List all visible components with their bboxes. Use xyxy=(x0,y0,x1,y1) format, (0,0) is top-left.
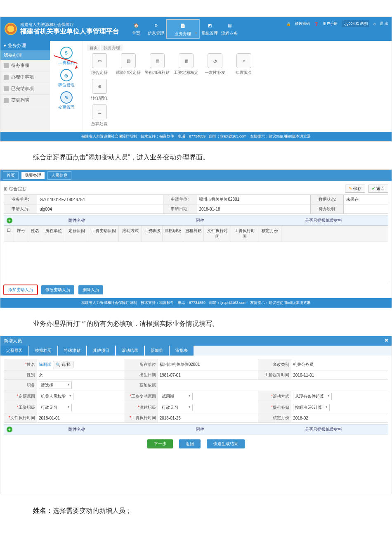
nav-info[interactable]: ⚙信息管理 xyxy=(146,19,165,38)
cat-position[interactable]: ◎职位管理 xyxy=(50,69,83,88)
add-person-button[interactable]: 添加变动人员 xyxy=(4,285,38,295)
ftab-hist[interactable]: 模拟档历 xyxy=(29,346,57,356)
nav-home[interactable]: 🏠首页 xyxy=(127,19,146,38)
ftab-appr[interactable]: 审批表 xyxy=(170,346,194,356)
v-name: 陈测试选 择 xyxy=(37,359,125,370)
l-bizno: 业务单号: xyxy=(4,195,37,204)
chart-icon: ▥ xyxy=(121,53,136,68)
v-doct[interactable]: 2018-01-01 xyxy=(37,413,125,423)
footer-2: 福建省人力资源和社会保障厅研制 技术支持：福富软件 电话：87734859 邮箱… xyxy=(0,298,392,308)
ftab-reason[interactable]: 定薪原因 xyxy=(0,346,28,356)
l-exect: 工资执行时间 xyxy=(130,415,156,420)
att3-name: 附件名称 xyxy=(15,427,138,432)
col-exectime: 工资执行时间 xyxy=(231,226,258,242)
col-rent: 提租补贴 xyxy=(183,226,204,242)
next-button[interactable]: 下一步 xyxy=(147,439,173,448)
final-label: 姓名： xyxy=(33,507,53,514)
blank-area xyxy=(4,453,388,491)
final-text: 选择需要变动的新增人员； xyxy=(53,507,132,514)
sidebar-active[interactable]: 我要办理 xyxy=(0,50,50,60)
plus-icon[interactable]: + xyxy=(7,218,12,223)
plus-icon-3[interactable]: + xyxy=(7,427,12,432)
list-icon xyxy=(4,63,9,68)
nav-flow[interactable]: ▤流程业务 xyxy=(220,19,239,38)
allow-select[interactable]: 行政见习 xyxy=(160,404,193,411)
tb2-todo[interactable]: 我要办理 xyxy=(21,172,45,179)
close-icon[interactable]: ✖ xyxy=(385,338,388,344)
change-select[interactable]: 试用期 xyxy=(160,393,193,400)
inner-tab-home[interactable]: 首页 xyxy=(87,45,100,51)
main-area: 首页我要办理 ▭综合定薪 ▥试验地区定薪 ▤警衔加班补贴 ▦工资定额核定 ◔一次… xyxy=(83,41,392,132)
roll-select[interactable]: 从现有条件起算 xyxy=(293,393,332,400)
tb2-person[interactable]: 人员信息 xyxy=(47,171,71,180)
att-paper: 是否只提报纸质材料 xyxy=(262,218,385,223)
exit-link[interactable]: 退 出 xyxy=(380,21,388,26)
col-reason: 定薪原因 xyxy=(65,226,88,242)
emblem-icon xyxy=(5,23,17,35)
help-link[interactable]: 用户手册 xyxy=(323,21,338,26)
nav-sys[interactable]: ◩系统管理 xyxy=(200,19,219,38)
reason-select[interactable]: 机关人员核增 xyxy=(39,393,73,400)
list-icon xyxy=(4,98,9,103)
card-test[interactable]: ▥试验地区定薪 xyxy=(116,53,141,76)
sidebar: ▾业务办理 我要办理 待办事项 办理中事项 已完结事项 变更列表 xyxy=(0,41,50,132)
l-doct: 文件执行时间 xyxy=(9,415,35,420)
delete-person-button[interactable]: 删除人员 xyxy=(78,285,103,294)
card-quota[interactable]: ▦工资定额核定 xyxy=(174,53,198,76)
ftab-other[interactable]: 其他项目 xyxy=(87,346,115,356)
list2-icon: ☰ xyxy=(92,104,107,119)
col-checkbox[interactable]: ☐ xyxy=(4,226,14,242)
tb2-home[interactable]: 首页 xyxy=(3,171,19,180)
ftab-allow[interactable]: 特殊津贴 xyxy=(58,346,86,356)
v-unit: 福州市机关单位02801 xyxy=(196,195,311,204)
nav-biz[interactable]: 📄业务办理 xyxy=(166,19,199,38)
l-sex: 性别 xyxy=(4,370,37,380)
sidebar-group: ▾业务办理 xyxy=(0,41,50,50)
sidebar-item-done[interactable]: 已完结事项 xyxy=(0,83,50,95)
card-once[interactable]: ◔一次性补发 xyxy=(203,53,227,76)
caption-1: 综合定薪界面点击"添加变动人员"，进入业务变动办理界面。 xyxy=(33,153,392,162)
pay-select[interactable]: 行政见习 xyxy=(39,404,72,411)
sidebar-item-inprog[interactable]: 办理中事项 xyxy=(0,71,50,83)
back-button[interactable]: 返回 xyxy=(179,439,201,448)
cat-change[interactable]: ✎变更管理 xyxy=(50,91,83,110)
org-icon: ◎ xyxy=(60,69,73,81)
v-remark xyxy=(344,204,388,214)
modify-person-button[interactable]: 修改变动人员 xyxy=(41,285,74,294)
save-button[interactable]: 保存 xyxy=(345,185,365,193)
card-transfer[interactable]: ⚙转任/调任 xyxy=(87,79,112,101)
l-allow: 津贴职级 xyxy=(138,405,156,410)
job-select[interactable]: 请选择 xyxy=(39,382,72,389)
card-police[interactable]: ▤警衔加班补贴 xyxy=(145,53,170,76)
v-mon[interactable]: 2018-02 xyxy=(291,413,388,423)
quick-button[interactable]: 快速生成结果 xyxy=(207,439,245,448)
exit-icon: ⎋ xyxy=(373,22,375,26)
sidebar-item-change[interactable]: 变更列表 xyxy=(0,95,50,106)
col-paylv: 工资职级 xyxy=(142,226,163,242)
inner-tab-todo[interactable]: 我要办理 xyxy=(101,45,123,51)
col-allow: 津贴职级 xyxy=(163,226,183,242)
money-icon: S xyxy=(60,47,73,59)
final-note: 姓名：选择需要变动的新增人员； xyxy=(33,507,392,515)
col-month: 核定月份 xyxy=(258,226,281,242)
v-basis[interactable] xyxy=(158,380,388,391)
l-start: 工龄起算时间 xyxy=(258,370,291,380)
sidebar-item-todo[interactable]: 待办事项 xyxy=(0,60,50,71)
l-remark: 待办说明: xyxy=(311,204,344,214)
ftab-roll[interactable]: 滚动结果 xyxy=(116,346,144,356)
form-tabs: 定薪原因 模拟档历 特殊津贴 其他项目 滚动结果 新加单 审批表 xyxy=(0,346,392,356)
card-abandon[interactable]: ☰放弃处置 xyxy=(87,104,112,127)
card-combo[interactable]: ▭综合定薪 xyxy=(87,53,112,76)
card-bonus[interactable]: ✧年度奖金 xyxy=(231,53,256,76)
v-exect[interactable]: 2018-01-25 xyxy=(158,413,258,423)
note-icon: ▭ xyxy=(92,53,107,68)
ftab-add[interactable]: 新加单 xyxy=(145,346,169,356)
pwd-link[interactable]: 修改密码 xyxy=(295,21,310,26)
cat-salary[interactable]: S工资福利 xyxy=(50,47,83,66)
l-job: 职务 xyxy=(4,380,37,391)
v-job[interactable]: 请选择 xyxy=(37,380,125,391)
rent-select[interactable]: 按标准5%计算 xyxy=(293,404,329,411)
flow-icon: ▤ xyxy=(225,21,234,30)
return-button[interactable]: 返回 xyxy=(368,185,388,193)
find-button[interactable]: 选 择 xyxy=(53,361,73,368)
